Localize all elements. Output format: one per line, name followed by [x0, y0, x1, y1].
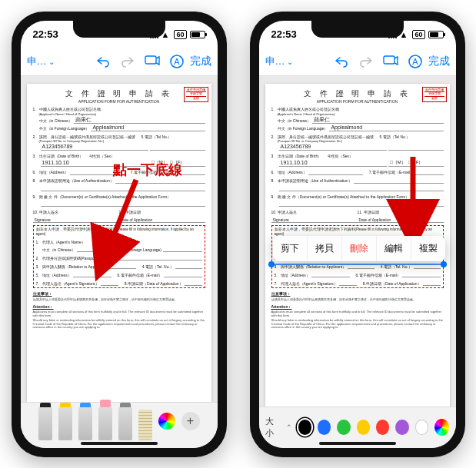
svg-text:A: A	[174, 57, 180, 66]
menu-delete[interactable]: 刪除	[342, 236, 377, 261]
document-page: 收件專用章欄 登錄字號 金額 文 件 證 明 申 請 表 APPLICATION…	[27, 84, 211, 402]
color-picker[interactable]	[434, 419, 449, 436]
field-id: A123456789	[42, 143, 73, 150]
swatch-red[interactable]	[376, 420, 389, 435]
highlighter-yellow[interactable]	[58, 407, 72, 440]
field-name-zh: 蘋果仁	[75, 116, 92, 123]
stamp-box: 收件專用章欄 登錄字號 金額	[184, 87, 208, 102]
ruler-tool[interactable]	[138, 410, 152, 440]
highlighter-blue[interactable]	[78, 407, 92, 440]
notch	[73, 21, 165, 38]
screen: 22:53 ▲ 60 申… ⌄ A	[259, 21, 456, 448]
notch	[311, 21, 404, 38]
svg-rect-0	[145, 56, 156, 64]
undo-button[interactable]	[92, 50, 115, 73]
screen: 22:53 ▲ 60 申… ⌄ A	[21, 21, 218, 448]
chevron-down-icon[interactable]: ⌄	[48, 58, 55, 66]
selection-handle-left[interactable]	[268, 261, 275, 267]
redo-button[interactable]	[116, 50, 139, 73]
battery-icon	[428, 31, 444, 38]
menu-duplicate[interactable]: 複製	[411, 236, 445, 261]
svg-rect-3	[384, 56, 394, 64]
battery-percent: 60	[412, 30, 424, 39]
annotate-button[interactable]	[379, 50, 402, 73]
pen-tool[interactable]	[38, 407, 52, 440]
undo-button[interactable]	[330, 50, 353, 73]
done-button[interactable]: 完成	[190, 55, 211, 68]
field-dob: 1911.10.10	[42, 159, 69, 166]
color-picker[interactable]	[158, 413, 175, 430]
chevron-down-icon[interactable]: ⌄	[287, 58, 293, 66]
home-indicator[interactable]	[319, 442, 396, 445]
autofill-button[interactable]: A	[165, 50, 188, 73]
markup-tool-tray: +	[21, 402, 218, 448]
annotation-text: 點一下底線	[113, 161, 182, 179]
svg-text:A: A	[412, 57, 418, 66]
phone-right: 22:53 ▲ 60 申… ⌄ A	[250, 12, 465, 457]
home-indicator[interactable]	[81, 442, 158, 445]
done-button[interactable]: 完成	[428, 55, 450, 68]
autofill-button[interactable]: A	[404, 50, 427, 73]
selected-shape[interactable]	[271, 264, 444, 265]
swatch-yellow[interactable]	[357, 420, 370, 435]
field-name-en: Applealmond	[92, 124, 124, 131]
swatch-white[interactable]	[415, 420, 429, 435]
selection-handle-right[interactable]	[441, 261, 447, 267]
back-button[interactable]: 申…	[265, 55, 285, 68]
battery-icon	[190, 31, 205, 38]
add-button[interactable]: +	[181, 412, 200, 430]
menu-edit[interactable]: 編輯	[377, 236, 411, 261]
swatch-green[interactable]	[337, 420, 350, 435]
markup-toolbar: 申… ⌄ A 完成	[21, 48, 218, 76]
size-button[interactable]: 大小	[265, 416, 280, 439]
clock: 22:53	[271, 28, 297, 40]
menu-cut[interactable]: 剪下	[273, 236, 308, 261]
phone-left: 22:53 ▲ 60 申… ⌄ A	[12, 12, 227, 457]
doc-title-zh: 文 件 證 明 申 請 表	[33, 88, 205, 98]
doc-title-en: APPLICATION FORM FOR AUTHENTICATION	[33, 99, 205, 105]
agent-section: 如非本人申請，受委託代理申請者請填下列資料(Please fill in fol…	[33, 225, 205, 288]
stamp-box: 收件專用章欄登錄字號金額	[422, 87, 447, 102]
redo-button[interactable]	[355, 50, 378, 73]
swatch-purple[interactable]	[395, 420, 408, 435]
battery-percent: 60	[174, 30, 186, 39]
markup-toolbar: 申… ⌄ A 完成	[259, 48, 456, 76]
swatch-blue[interactable]	[318, 420, 331, 435]
document-viewport[interactable]: 收件專用章欄 登錄字號 金額 文 件 證 明 申 請 表 APPLICATION…	[21, 76, 218, 402]
swatch-black[interactable]	[298, 420, 311, 435]
back-button[interactable]: 申…	[27, 55, 47, 68]
clock: 22:53	[33, 28, 58, 40]
context-menu: 剪下 拷貝 刪除 編輯 複製	[273, 236, 445, 261]
eraser-tool[interactable]	[98, 407, 112, 440]
menu-copy[interactable]: 拷貝	[308, 236, 342, 261]
document-viewport[interactable]: 收件專用章欄登錄字號金額 文 件 證 明 申 請 表 APPLICATION F…	[259, 76, 456, 407]
lasso-tool[interactable]	[118, 407, 132, 440]
annotate-button[interactable]	[141, 50, 164, 73]
chevron-up-icon[interactable]: ⌃	[286, 423, 292, 431]
